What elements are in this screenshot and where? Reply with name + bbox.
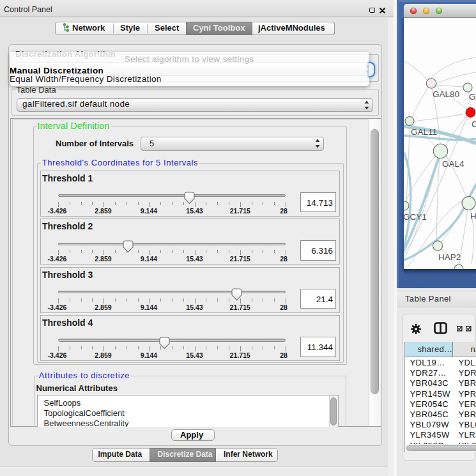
svg-text:HA: HA — [470, 211, 476, 221]
svg-text:CD: CD — [472, 119, 476, 129]
svg-text:GAL11: GAL11 — [411, 127, 437, 137]
svg-text:GAL80: GAL80 — [433, 89, 459, 99]
svg-text:GCY1: GCY1 — [404, 212, 427, 222]
svg-text:GAL4: GAL4 — [442, 159, 464, 169]
svg-text:HAP2: HAP2 — [438, 252, 461, 262]
svg-text:GA: GA — [469, 92, 476, 102]
